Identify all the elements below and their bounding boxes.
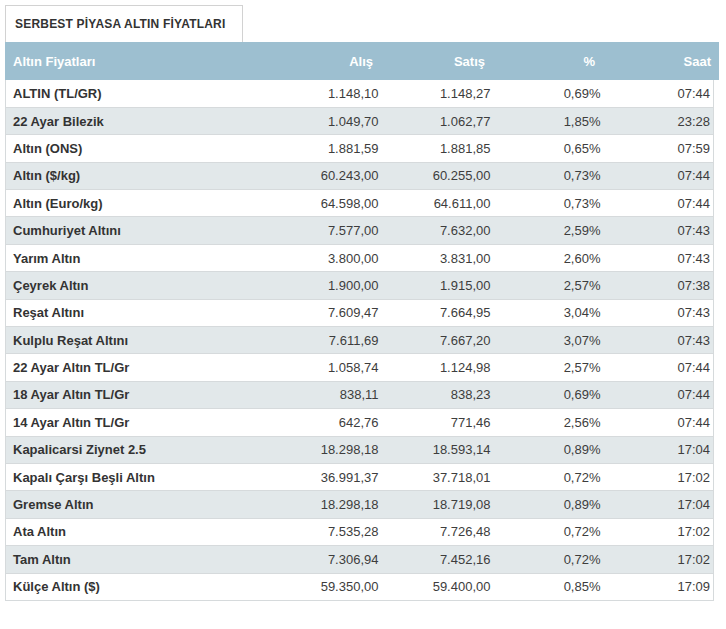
cell-satis: 7.664,95 xyxy=(387,299,499,326)
table-row: Kapalı Çarşı Beşli Altın 36.991,37 37.71… xyxy=(6,463,714,490)
cell-saat: 17:02 xyxy=(609,463,714,490)
cell-percent: 3,07% xyxy=(499,327,609,354)
cell-instrument-name: 22 Ayar Altın TL/Gr xyxy=(6,354,267,381)
cell-alis: 1.148,10 xyxy=(267,80,387,107)
cell-instrument-name: Reşat Altını xyxy=(6,299,267,326)
table-row: Altın (Euro/kg) 64.598,00 64.611,00 0,73… xyxy=(6,190,714,217)
column-header-satis: Satış xyxy=(385,54,497,69)
table-row: ALTIN (TL/GR) 1.148,10 1.148,27 0,69% 07… xyxy=(6,80,714,107)
cell-alis: 642,76 xyxy=(267,409,387,436)
cell-instrument-name: Külçe Altın ($) xyxy=(6,573,267,600)
column-header-altin-fiyatlari: Altın Fiyatları xyxy=(5,54,265,69)
cell-alis: 18.298,18 xyxy=(267,436,387,463)
cell-alis: 3.800,00 xyxy=(267,244,387,271)
cell-saat: 07:44 xyxy=(609,354,714,381)
cell-satis: 3.831,00 xyxy=(387,244,499,271)
cell-instrument-name: 14 Ayar Altın TL/Gr xyxy=(6,409,267,436)
table-header-row: Altın Fiyatları Alış Satış % Saat xyxy=(5,42,719,80)
cell-alis: 36.991,37 xyxy=(267,463,387,490)
cell-percent: 2,57% xyxy=(499,272,609,299)
cell-percent: 2,57% xyxy=(499,354,609,381)
cell-alis: 7.535,28 xyxy=(267,518,387,545)
tab-serbest-piyasa-altin-fiyatlari[interactable]: SERBEST PİYASA ALTIN FİYATLARI xyxy=(5,5,243,42)
cell-instrument-name: Kulplu Reşat Altını xyxy=(6,327,267,354)
cell-instrument-name: 18 Ayar Altın TL/Gr xyxy=(6,381,267,408)
table-row: Gremse Altın 18.298,18 18.719,08 0,89% 1… xyxy=(6,491,714,518)
table-row: Kapalicarsi Ziynet 2.5 18.298,18 18.593,… xyxy=(6,436,714,463)
cell-alis: 7.611,69 xyxy=(267,327,387,354)
cell-saat: 07:44 xyxy=(609,162,714,189)
price-table-body: ALTIN (TL/GR) 1.148,10 1.148,27 0,69% 07… xyxy=(6,80,714,600)
cell-instrument-name: 22 Ayar Bilezik xyxy=(6,107,267,134)
cell-percent: 0,73% xyxy=(499,162,609,189)
cell-saat: 07:43 xyxy=(609,217,714,244)
cell-percent: 0,69% xyxy=(499,381,609,408)
cell-satis: 37.718,01 xyxy=(387,463,499,490)
cell-instrument-name: Kapalicarsi Ziynet 2.5 xyxy=(6,436,267,463)
cell-instrument-name: Çeyrek Altın xyxy=(6,272,267,299)
cell-satis: 1.915,00 xyxy=(387,272,499,299)
table-row: 22 Ayar Altın TL/Gr 1.058,74 1.124,98 2,… xyxy=(6,354,714,381)
cell-satis: 7.452,16 xyxy=(387,546,499,573)
cell-saat: 07:59 xyxy=(609,135,714,162)
cell-satis: 771,46 xyxy=(387,409,499,436)
cell-satis: 1.124,98 xyxy=(387,354,499,381)
column-header-percent: % xyxy=(497,54,607,69)
table-row: Cumhuriyet Altını 7.577,00 7.632,00 2,59… xyxy=(6,217,714,244)
cell-percent: 0,69% xyxy=(499,80,609,107)
column-header-saat: Saat xyxy=(607,54,719,69)
cell-saat: 07:44 xyxy=(609,80,714,107)
cell-alis: 64.598,00 xyxy=(267,190,387,217)
cell-percent: 2,56% xyxy=(499,409,609,436)
cell-satis: 64.611,00 xyxy=(387,190,499,217)
table-row: Ata Altın 7.535,28 7.726,48 0,72% 17:02 xyxy=(6,518,714,545)
cell-saat: 17:02 xyxy=(609,546,714,573)
cell-satis: 18.593,14 xyxy=(387,436,499,463)
cell-percent: 0,73% xyxy=(499,190,609,217)
cell-percent: 2,59% xyxy=(499,217,609,244)
price-table: ALTIN (TL/GR) 1.148,10 1.148,27 0,69% 07… xyxy=(5,80,714,601)
tab-title: SERBEST PİYASA ALTIN FİYATLARI xyxy=(15,17,225,31)
cell-saat: 07:43 xyxy=(609,244,714,271)
cell-saat: 17:02 xyxy=(609,518,714,545)
cell-instrument-name: Yarım Altın xyxy=(6,244,267,271)
cell-satis: 838,23 xyxy=(387,381,499,408)
table-row: 22 Ayar Bilezik 1.049,70 1.062,77 1,85% … xyxy=(6,107,714,134)
cell-instrument-name: Cumhuriyet Altını xyxy=(6,217,267,244)
cell-saat: 07:44 xyxy=(609,381,714,408)
table-row: Kulplu Reşat Altını 7.611,69 7.667,20 3,… xyxy=(6,327,714,354)
cell-satis: 7.667,20 xyxy=(387,327,499,354)
table-row: Altın ($/kg) 60.243,00 60.255,00 0,73% 0… xyxy=(6,162,714,189)
cell-instrument-name: Altın ($/kg) xyxy=(6,162,267,189)
cell-saat: 07:44 xyxy=(609,409,714,436)
cell-alis: 1.881,59 xyxy=(267,135,387,162)
cell-instrument-name: Kapalı Çarşı Beşli Altın xyxy=(6,463,267,490)
cell-satis: 7.632,00 xyxy=(387,217,499,244)
cell-percent: 3,04% xyxy=(499,299,609,326)
gold-prices-panel: SERBEST PİYASA ALTIN FİYATLARI Altın Fiy… xyxy=(5,5,719,601)
cell-instrument-name: Altın (ONS) xyxy=(6,135,267,162)
cell-alis: 59.350,00 xyxy=(267,573,387,600)
cell-saat: 07:43 xyxy=(609,299,714,326)
table-row: 14 Ayar Altın TL/Gr 642,76 771,46 2,56% … xyxy=(6,409,714,436)
cell-instrument-name: Tam Altın xyxy=(6,546,267,573)
cell-percent: 0,72% xyxy=(499,518,609,545)
table-row: Tam Altın 7.306,94 7.452,16 0,72% 17:02 xyxy=(6,546,714,573)
cell-percent: 0,85% xyxy=(499,573,609,600)
cell-saat: 23:28 xyxy=(609,107,714,134)
cell-satis: 60.255,00 xyxy=(387,162,499,189)
cell-percent: 0,72% xyxy=(499,546,609,573)
cell-percent: 0,65% xyxy=(499,135,609,162)
cell-alis: 1.058,74 xyxy=(267,354,387,381)
cell-satis: 1.062,77 xyxy=(387,107,499,134)
cell-alis: 838,11 xyxy=(267,381,387,408)
cell-alis: 7.306,94 xyxy=(267,546,387,573)
column-header-alis: Alış xyxy=(265,54,385,69)
cell-percent: 1,85% xyxy=(499,107,609,134)
cell-percent: 2,60% xyxy=(499,244,609,271)
table-row: 18 Ayar Altın TL/Gr 838,11 838,23 0,69% … xyxy=(6,381,714,408)
cell-saat: 07:44 xyxy=(609,190,714,217)
cell-percent: 0,89% xyxy=(499,491,609,518)
cell-alis: 18.298,18 xyxy=(267,491,387,518)
cell-instrument-name: Altın (Euro/kg) xyxy=(6,190,267,217)
